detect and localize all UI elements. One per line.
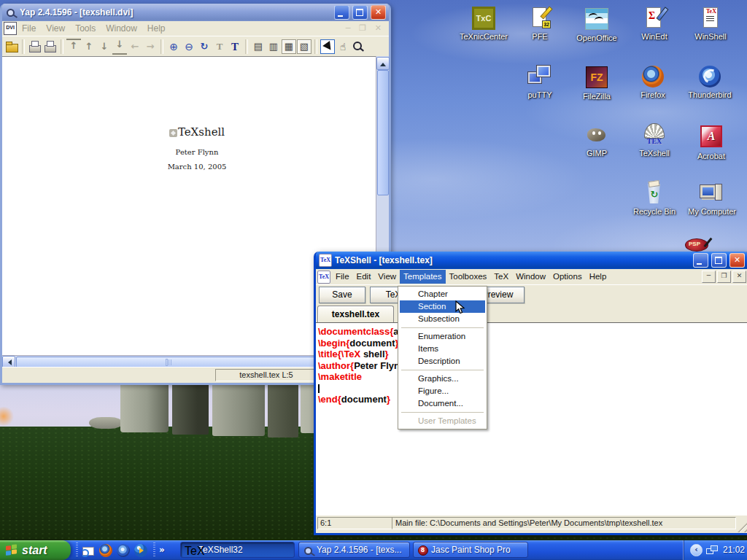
menu-toolboxes[interactable]: Toolboxes — [446, 270, 491, 284]
yap-tool-forward[interactable]: → — [143, 39, 158, 54]
yap-tool-ruler[interactable]: T — [212, 39, 227, 54]
save-button[interactable]: Save — [319, 287, 365, 303]
quicklaunch-firefox-icon[interactable] — [99, 544, 112, 557]
yap-menu-help[interactable]: Help — [142, 21, 171, 36]
task-jasc-paint-shop-pro[interactable]: 8Jasc Paint Shop Pro — [413, 542, 528, 558]
start-button[interactable]: start — [0, 540, 71, 560]
menu-templates[interactable]: Templates — [400, 270, 445, 284]
menu-view[interactable]: View — [374, 270, 400, 284]
desktop-icon-texshell[interactable]: TEXTeXshell — [627, 122, 682, 158]
network-icon[interactable] — [706, 545, 719, 556]
resize-grip[interactable] — [738, 523, 747, 532]
yap-tool-prev-page[interactable]: ↑ — [82, 39, 96, 54]
winshell-icon: TeX — [698, 6, 723, 31]
yap-tool-hand[interactable]: ☝ — [336, 39, 350, 54]
yap-tool-continuous[interactable]: ▦ — [282, 39, 296, 54]
mdi-restore-button[interactable]: ❐ — [717, 271, 731, 283]
quicklaunch-outlook-express-icon[interactable] — [82, 544, 95, 557]
quicklaunch-thunderbird-icon[interactable] — [117, 544, 130, 557]
yap-tool-last-page[interactable]: ↓ — [112, 39, 127, 55]
yap-tool-single-page[interactable]: ▤ — [251, 39, 266, 54]
yap-tool-print[interactable] — [28, 39, 42, 54]
desktop-icon-filezilla[interactable]: FZFileZilla — [569, 64, 624, 101]
quicklaunch-handle[interactable] — [153, 542, 155, 558]
taskbar-clock: 21:02 — [723, 540, 745, 560]
texshell-mdi-icon[interactable]: TeX — [317, 271, 330, 284]
yap-tool-print-preview[interactable] — [43, 39, 58, 54]
menu-tex[interactable]: TeX — [490, 270, 512, 284]
menu-help[interactable]: Help — [586, 270, 611, 284]
yap-menu-file[interactable]: File — [17, 21, 41, 36]
desktop-icon-winshell[interactable]: TeXWinShell — [683, 6, 738, 41]
desktop-icon-pfe[interactable]: 32PFE — [512, 6, 568, 41]
scroll-up-button[interactable] — [376, 57, 390, 70]
desktop-icon-firefox[interactable]: Firefox — [625, 64, 681, 99]
template-item-document[interactable]: Document... — [400, 397, 485, 410]
yap-tool-facing-pages[interactable]: ▥ — [266, 39, 281, 54]
latex-editor[interactable]: \documentclass{article}\begin{document}\… — [316, 322, 747, 515]
mdi-minimize-button[interactable]: ─ — [702, 271, 716, 283]
template-item-section[interactable]: Section — [400, 300, 485, 313]
texshell-maximize-button[interactable] — [711, 253, 727, 268]
desktop-icon-gimp[interactable]: GIMP — [569, 122, 624, 158]
template-item-chapter[interactable]: Chapter — [400, 288, 485, 300]
desktop-icon-mycomputer[interactable]: My Computer — [684, 181, 740, 216]
vertical-scroll-thumb[interactable] — [377, 70, 389, 195]
desktop-icon-thunderbird[interactable]: Thunderbird — [682, 64, 738, 99]
yap-tool-magnifier[interactable] — [351, 39, 365, 54]
desktop-icon-label: WinShell — [694, 32, 726, 41]
template-item-items[interactable]: Items — [400, 343, 485, 355]
yap-window-title: Yap 2.4.1596 - [texshell.dvi] — [20, 4, 331, 21]
quicklaunch-overflow-chevron[interactable]: » — [159, 540, 165, 560]
texshell-icon: TEX — [642, 122, 667, 147]
yap-tool-next-page[interactable]: ↓ — [97, 39, 112, 54]
texshell-close-button[interactable] — [729, 253, 745, 268]
yap-tool-zoom-out[interactable]: ⊖ — [182, 39, 196, 54]
texshell-app-icon[interactable]: TeX — [319, 254, 332, 267]
icon-glyph-text: TeX — [706, 9, 716, 15]
desktop-icon-putty[interactable]: ⚡puTTY — [512, 64, 568, 99]
template-item-subsection[interactable]: Subsection — [400, 313, 485, 325]
yap-tool-text[interactable]: T — [228, 39, 242, 54]
template-item-description[interactable]: Description — [400, 355, 485, 368]
yap-app-icon[interactable] — [5, 7, 17, 18]
yap-tool-back[interactable]: ← — [128, 39, 142, 54]
mdi-close-button[interactable]: ✕ — [732, 271, 746, 283]
desktop-icon-openoffice[interactable]: OpenOffice — [569, 6, 624, 42]
yap-tool-continuous-facing[interactable]: ▧ — [297, 39, 311, 54]
yap-minimize-button[interactable] — [334, 5, 349, 20]
desktop-icon-acrobat[interactable]: AAcrobat — [684, 122, 739, 160]
menu-edit[interactable]: Edit — [353, 270, 375, 284]
template-item-graphics[interactable]: Graphics... — [400, 373, 485, 385]
quicklaunch-handle[interactable] — [76, 542, 78, 558]
menu-window[interactable]: Window — [512, 270, 549, 284]
openoffice-icon — [585, 8, 608, 30]
yap-tool-open[interactable] — [4, 39, 19, 54]
yap-tool-zoom-in[interactable]: ⊕ — [166, 39, 181, 54]
yap-menu-tools[interactable]: Tools — [70, 21, 101, 36]
yap-maximize-button[interactable] — [352, 5, 368, 20]
yap-close-button[interactable] — [371, 5, 386, 20]
desktop-icon-texniccenter[interactable]: TxCTeXnicCenter — [456, 6, 511, 41]
desktop-icon-recyclebin[interactable]: ↻Recycle Bin — [627, 181, 682, 216]
menu-options[interactable]: Options — [549, 270, 586, 284]
menu-file[interactable]: File — [332, 270, 353, 284]
yap-tool-select[interactable] — [320, 39, 335, 54]
task-texshell32[interactable]: TeXTeXShell32 — [180, 542, 295, 558]
tray-collapse-chevron[interactable]: ‹ — [690, 544, 703, 556]
tab-texshell-tex[interactable]: texshell.tex — [317, 306, 394, 322]
icon-glyph-text: 8 — [418, 545, 427, 555]
yap-tool-first-page[interactable]: ↑ — [66, 39, 81, 55]
template-item-figure[interactable]: Figure... — [400, 385, 485, 397]
quicklaunch-windows-media-player-icon[interactable] — [134, 544, 147, 557]
desktop-icon-winedt[interactable]: ΣWinEdt — [627, 6, 682, 41]
template-item-user-templates[interactable]: User Templates — [400, 415, 485, 427]
yap-menu-window[interactable]: Window — [101, 21, 142, 36]
template-item-enumeration[interactable]: Enumeration — [400, 330, 485, 343]
task-yap-2-4-1596-texs[interactable]: Yap 2.4.1596 - [texs... — [298, 542, 410, 558]
texshell-minimize-button[interactable] — [693, 253, 708, 268]
yap-menu-view[interactable]: View — [41, 21, 70, 36]
yap-toolbar: ↑↑↓↓←→⊕⊖↻TT▤▥▦▧☝ — [2, 36, 389, 57]
yap-tool-refresh[interactable]: ↻ — [197, 39, 212, 54]
dvi-document-icon[interactable]: DVI — [4, 22, 17, 35]
